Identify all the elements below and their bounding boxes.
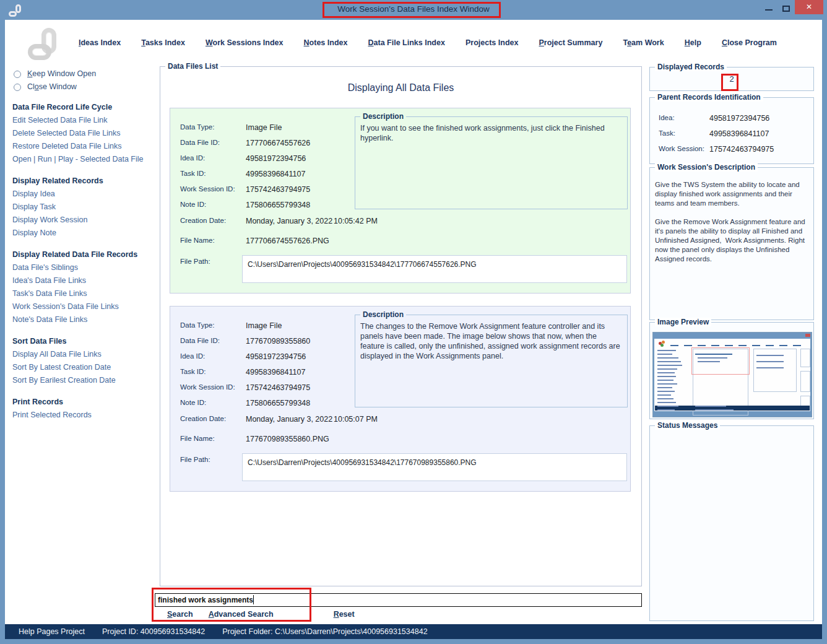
sidebar-item-restore-deleted[interactable]: Restore Deleted Data File Links: [12, 142, 160, 155]
sidebar-item-edit-selected[interactable]: Edit Selected Data File Link: [12, 116, 160, 129]
note-id-value: 175806655799348: [246, 201, 310, 209]
thumb-line: [695, 354, 732, 355]
sidebar-item-note-data-file-links[interactable]: Note's Data File Links: [12, 315, 160, 328]
thumb-line: [684, 345, 692, 346]
sidebar-header-related-records: Display Related Records: [12, 176, 160, 189]
nav-close-program[interactable]: Close Program: [722, 38, 777, 47]
sidebar-item-idea-data-file-links[interactable]: Idea's Data File Links: [12, 276, 160, 289]
thumb-line: [657, 361, 681, 362]
thumb-line: [779, 345, 787, 346]
advanced-search-button[interactable]: Advanced Search: [209, 610, 274, 619]
description-box: Description If you want to see the finis…: [355, 116, 628, 209]
work-session-id-value: 175742463794975: [246, 185, 310, 194]
thumb-line: [657, 394, 671, 396]
thumb-line: [657, 387, 672, 388]
task-id-value: 49958396841107: [246, 170, 305, 178]
sidebar-item-display-all[interactable]: Display All Data File Links: [12, 350, 160, 363]
image-preview-panel: Image Preview: [649, 322, 814, 419]
radio-icon[interactable]: [14, 84, 21, 91]
thumb-line: [657, 406, 678, 407]
reset-button[interactable]: Reset: [334, 610, 355, 619]
data-file-record[interactable]: Data Type:Image File Data File ID:177706…: [170, 108, 631, 294]
sidebar-header-sort: Sort Data Files: [12, 337, 160, 350]
creation-time-value: 10:05:07 PM: [334, 415, 378, 424]
idea-id-value: 49581972394756: [246, 352, 306, 361]
thumb-line: [766, 345, 774, 346]
thumb-line: [657, 391, 675, 392]
sidebar-item-data-file-siblings[interactable]: Data File's Siblings: [12, 263, 160, 276]
search-button[interactable]: Search: [167, 610, 193, 619]
thumb-line: [756, 355, 784, 356]
app-window: Work Session's Data Files Index Window ✕…: [0, 0, 827, 644]
minimize-icon[interactable]: [765, 9, 773, 11]
thumb-line: [698, 361, 720, 362]
nav-data-file-links-index[interactable]: Data File Links Index: [368, 38, 445, 47]
sidebar-item-display-idea[interactable]: Display Idea: [12, 189, 160, 202]
thumb-line: [657, 357, 678, 359]
thumb-line: [711, 345, 719, 346]
project-name: Help Pages Project: [19, 627, 85, 636]
radio-icon[interactable]: [14, 71, 21, 78]
thumb-line: [657, 398, 673, 399]
app-icon: [9, 4, 22, 17]
file-path-value: C:\Users\Darren\Projects\400956931534842…: [248, 260, 477, 269]
sidebar-item-sort-earliest[interactable]: Sort By Earilest Creation Date: [12, 376, 160, 389]
thumb-line: [657, 354, 672, 355]
nav-work-sessions-index[interactable]: Work Sessions Index: [206, 38, 284, 47]
thumb-line: [670, 345, 678, 346]
titlebar: Work Session's Data Files Index Window ✕: [0, 0, 827, 20]
parent-work-session-id: 175742463794975: [709, 145, 774, 154]
thumb-line: [695, 406, 726, 407]
nav-help[interactable]: Help: [685, 38, 701, 47]
sidebar-header-life-cycle: Data File Record Life Cycle: [12, 103, 160, 116]
sidebar: Keep Window Open Close Window Data File …: [12, 68, 160, 424]
thumb-line: [698, 345, 706, 346]
thumb-titlebar: [654, 333, 811, 339]
file-path-box: C:\Users\Darren\Projects\400956931534842…: [242, 453, 627, 481]
sidebar-item-sort-latest[interactable]: Sort By Latest Creation Date: [12, 363, 160, 376]
thumb-line: [657, 350, 676, 351]
status-messages-panel: Status Messages: [649, 425, 814, 621]
sidebar-item-work-session-data-file-links[interactable]: Work Session's Data File Links: [12, 302, 160, 315]
nav-project-summary[interactable]: Project Summary: [539, 38, 603, 47]
search-input[interactable]: [155, 593, 642, 607]
file-name-value: 177706674557626.PNG: [246, 237, 329, 245]
thumb-right-box: [800, 371, 810, 392]
close-icon[interactable]: ✕: [795, 0, 823, 14]
nav-notes-index[interactable]: Notes Index: [304, 38, 348, 47]
thumb-logo-dot: [660, 344, 664, 347]
sidebar-item-delete-selected[interactable]: Delete Selected Data File Links: [12, 129, 160, 142]
sidebar-item-print-selected[interactable]: Print Selected Records: [12, 411, 160, 424]
nav-ideas-index[interactable]: Ideas Index: [79, 38, 121, 47]
data-file-id-value: 177670989355860: [246, 337, 310, 346]
work-session-id-value: 175742463794975: [246, 383, 310, 392]
nav-projects-index[interactable]: Projects Index: [465, 38, 518, 47]
thumb-line: [657, 376, 676, 377]
displayed-records-count: 2: [650, 74, 813, 84]
file-path-value: C:\Users\Darren\Projects\400956931534842…: [248, 458, 477, 467]
project-folder: Project Folder: C:\Users\Darren\Projects…: [222, 627, 427, 636]
work-session-description-text: Give the TWS System the ability to locat…: [655, 180, 810, 273]
sidebar-item-display-note[interactable]: Display Note: [12, 228, 160, 242]
radio-keep-window-open[interactable]: Keep Window Open: [12, 68, 160, 81]
maximize-icon[interactable]: [782, 6, 790, 12]
data-file-id-value: 177706674557626: [246, 139, 310, 147]
parent-task-id: 49958396841107: [709, 129, 769, 138]
displayed-records-panel: Displayed Records 2: [649, 67, 814, 91]
app-logo: [28, 28, 58, 60]
radio-close-window[interactable]: Close Window: [12, 81, 160, 94]
data-file-record[interactable]: Data Type:Image File Data File ID:177670…: [170, 306, 631, 492]
status-bar: Help Pages Project Project ID: 400956931…: [5, 624, 822, 639]
window-title: Work Session's Data Files Index Window: [337, 4, 489, 14]
sidebar-item-display-task[interactable]: Display Task: [12, 202, 160, 215]
nav-tasks-index[interactable]: Tasks Index: [141, 38, 185, 47]
sidebar-item-open-run-play[interactable]: Open | Run | Play - Selected Data File: [12, 155, 160, 168]
sidebar-item-display-work-session[interactable]: Display Work Session: [12, 215, 160, 228]
image-preview-thumbnail: [652, 332, 812, 417]
thumb-line: [698, 357, 727, 359]
thumb-line: [657, 383, 677, 385]
window-content: Ideas Index Tasks Index Work Sessions In…: [5, 20, 822, 639]
sidebar-item-task-data-file-links[interactable]: Task's Data File Links: [12, 289, 160, 302]
thumb-line: [657, 372, 675, 373]
nav-team-work[interactable]: Team Work: [623, 38, 664, 47]
